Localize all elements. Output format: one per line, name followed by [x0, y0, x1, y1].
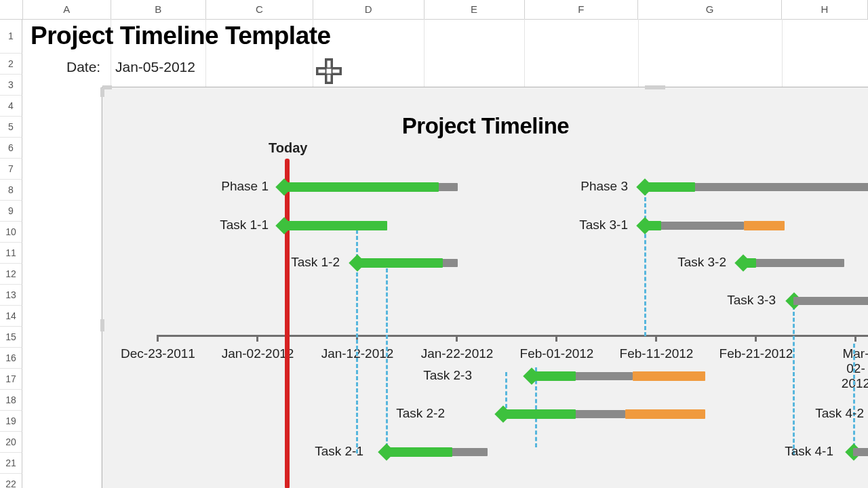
bar-green — [283, 221, 387, 230]
tick — [256, 335, 258, 342]
task-label-t23: Task 2-3 — [377, 368, 472, 383]
bar-orange — [633, 371, 705, 381]
bar-t22[interactable] — [502, 410, 625, 418]
leader-line — [793, 306, 795, 455]
page-title: Project Timeline Template — [31, 22, 331, 50]
row-1[interactable]: 1 — [0, 19, 22, 54]
task-label-t32: Task 3-2 — [631, 255, 726, 270]
task-label-t31: Task 3-1 — [533, 218, 628, 232]
svg-rect-7 — [327, 69, 332, 74]
leader-line — [505, 372, 507, 408]
bar-green — [502, 409, 576, 419]
plot-area: Dec-23-2011 Jan-02-2012 Jan-12-2012 Jan-… — [102, 87, 868, 488]
today-line — [285, 159, 290, 488]
bar-t21[interactable] — [386, 448, 488, 456]
leader-line — [853, 344, 855, 453]
tick-label: Feb-01-2012 — [520, 346, 594, 361]
bar-t32[interactable] — [743, 259, 844, 267]
bar-green — [357, 258, 443, 268]
task-label-t33: Task 3-3 — [681, 293, 776, 308]
row-7[interactable]: 7 — [0, 159, 22, 180]
row-13[interactable]: 13 — [0, 285, 22, 306]
tick-label: Dec-23-2011 — [121, 346, 195, 361]
row-11[interactable]: 11 — [0, 243, 22, 264]
today-label: Today — [269, 140, 307, 156]
bar-t31[interactable] — [644, 222, 744, 230]
row-15[interactable]: 15 — [0, 327, 22, 348]
col-E[interactable]: E — [425, 0, 525, 19]
col-H[interactable]: H — [782, 0, 868, 19]
date-label: Date: — [66, 59, 100, 75]
bar-orange — [744, 221, 785, 230]
tick — [655, 335, 657, 342]
tick-label: Feb-21-2012 — [719, 346, 793, 361]
task-label-t22: Task 2-2 — [350, 406, 445, 421]
bar-t41[interactable] — [853, 448, 868, 456]
col-F[interactable]: F — [525, 0, 639, 19]
task-label-t12: Task 1-2 — [245, 255, 340, 270]
tick-label: Jan-22-2012 — [421, 346, 494, 361]
row-19[interactable]: 19 — [0, 411, 22, 432]
row-4[interactable]: 4 — [0, 96, 22, 117]
bar-phase3[interactable] — [644, 183, 868, 191]
tick-label: Jan-02-2012 — [222, 346, 294, 361]
cell-cursor-icon[interactable] — [316, 58, 342, 84]
bar-phase1[interactable] — [283, 183, 458, 191]
task-label-phase3: Phase 3 — [533, 179, 628, 194]
bar-orange — [625, 409, 705, 419]
tick — [157, 335, 159, 342]
bar-t11[interactable] — [283, 222, 387, 230]
gantt-chart[interactable]: Project Timeline Dec-23-2011 Jan-02-2012… — [102, 87, 868, 488]
task-label-phase1: Phase 1 — [174, 179, 269, 194]
row-9[interactable]: 9 — [0, 201, 22, 222]
row-17[interactable]: 17 — [0, 369, 22, 390]
tick — [755, 335, 757, 342]
bar-green — [644, 182, 695, 192]
row-5[interactable]: 5 — [0, 117, 22, 138]
row-18[interactable]: 18 — [0, 390, 22, 411]
leader-line — [386, 268, 388, 453]
row-20[interactable]: 20 — [0, 432, 22, 453]
date-value[interactable]: Jan-05-2012 — [115, 59, 195, 75]
row-21[interactable]: 21 — [0, 453, 22, 474]
row-6[interactable]: 6 — [0, 138, 22, 159]
col-D[interactable]: D — [313, 0, 425, 19]
col-A[interactable]: A — [23, 0, 111, 19]
task-label-t42: Task 4-2 — [769, 406, 864, 421]
tick-label: Feb-11-2012 — [620, 346, 694, 361]
col-B[interactable]: B — [111, 0, 206, 19]
bar-green — [386, 447, 452, 457]
bar-t23[interactable] — [531, 372, 633, 380]
row-2[interactable]: 2 — [0, 54, 22, 75]
column-headers: A B C D E F G H — [0, 0, 868, 20]
row-headers: 1 2 3 4 5 6 7 8 9 10 11 12 13 14 15 16 1… — [0, 19, 22, 488]
row-12[interactable]: 12 — [0, 264, 22, 285]
row-3[interactable]: 3 — [0, 75, 22, 96]
col-C[interactable]: C — [206, 0, 313, 19]
col-G[interactable]: G — [638, 0, 782, 19]
row-14[interactable]: 14 — [0, 306, 22, 327]
tick — [456, 335, 458, 342]
row-10[interactable]: 10 — [0, 222, 22, 243]
task-label-t41: Task 4-1 — [738, 444, 833, 459]
tick — [555, 335, 557, 342]
spacer — [0, 0, 23, 19]
bar-t33[interactable] — [793, 297, 868, 305]
bar-green — [283, 182, 439, 192]
row-16[interactable]: 16 — [0, 348, 22, 369]
row-8[interactable]: 8 — [0, 180, 22, 201]
row-22[interactable]: 22 — [0, 474, 22, 488]
task-label-t11: Task 1-1 — [174, 218, 269, 232]
task-label-t21: Task 2-1 — [269, 444, 363, 459]
bar-green — [644, 221, 661, 230]
bar-t12[interactable] — [357, 259, 458, 267]
bar-green — [743, 258, 756, 268]
x-axis — [157, 335, 868, 337]
bar-green — [531, 371, 576, 381]
tick — [854, 335, 856, 342]
